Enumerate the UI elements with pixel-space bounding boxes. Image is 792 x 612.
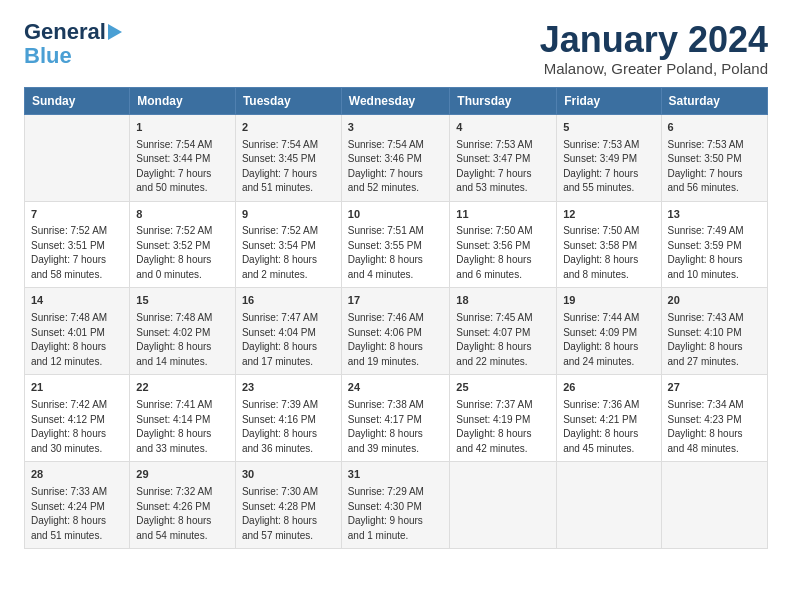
cell-week4-day2: 22Sunrise: 7:41 AMSunset: 4:14 PMDayligh…: [130, 375, 236, 462]
page-header: General Blue January 2024 Malanow, Great…: [24, 20, 768, 77]
cell-week3-day6: 19Sunrise: 7:44 AMSunset: 4:09 PMDayligh…: [557, 288, 661, 375]
cell-week1-day7: 6Sunrise: 7:53 AMSunset: 3:50 PMDaylight…: [661, 114, 767, 201]
logo-blue: Blue: [24, 44, 72, 68]
calendar-subtitle: Malanow, Greater Poland, Poland: [540, 60, 768, 77]
cell-week3-day1: 14Sunrise: 7:48 AMSunset: 4:01 PMDayligh…: [25, 288, 130, 375]
cell-week5-day6: [557, 462, 661, 549]
cell-week2-day5: 11Sunrise: 7:50 AMSunset: 3:56 PMDayligh…: [450, 201, 557, 288]
cell-week5-day5: [450, 462, 557, 549]
cell-week3-day4: 17Sunrise: 7:46 AMSunset: 4:06 PMDayligh…: [341, 288, 450, 375]
cell-week4-day7: 27Sunrise: 7:34 AMSunset: 4:23 PMDayligh…: [661, 375, 767, 462]
logo-arrow-icon: [108, 24, 122, 40]
cell-week5-day4: 31Sunrise: 7:29 AMSunset: 4:30 PMDayligh…: [341, 462, 450, 549]
cell-week3-day2: 15Sunrise: 7:48 AMSunset: 4:02 PMDayligh…: [130, 288, 236, 375]
week-row-5: 28Sunrise: 7:33 AMSunset: 4:24 PMDayligh…: [25, 462, 768, 549]
header-row: SundayMondayTuesdayWednesdayThursdayFrid…: [25, 87, 768, 114]
cell-week3-day7: 20Sunrise: 7:43 AMSunset: 4:10 PMDayligh…: [661, 288, 767, 375]
cell-week4-day3: 23Sunrise: 7:39 AMSunset: 4:16 PMDayligh…: [235, 375, 341, 462]
week-row-2: 7Sunrise: 7:52 AMSunset: 3:51 PMDaylight…: [25, 201, 768, 288]
cell-week4-day1: 21Sunrise: 7:42 AMSunset: 4:12 PMDayligh…: [25, 375, 130, 462]
week-row-4: 21Sunrise: 7:42 AMSunset: 4:12 PMDayligh…: [25, 375, 768, 462]
logo: General Blue: [24, 20, 122, 68]
day-header-friday: Friday: [557, 87, 661, 114]
cell-week5-day2: 29Sunrise: 7:32 AMSunset: 4:26 PMDayligh…: [130, 462, 236, 549]
cell-week1-day5: 4Sunrise: 7:53 AMSunset: 3:47 PMDaylight…: [450, 114, 557, 201]
day-header-thursday: Thursday: [450, 87, 557, 114]
cell-week2-day3: 9Sunrise: 7:52 AMSunset: 3:54 PMDaylight…: [235, 201, 341, 288]
cell-week4-day4: 24Sunrise: 7:38 AMSunset: 4:17 PMDayligh…: [341, 375, 450, 462]
cell-week2-day6: 12Sunrise: 7:50 AMSunset: 3:58 PMDayligh…: [557, 201, 661, 288]
cell-week3-day3: 16Sunrise: 7:47 AMSunset: 4:04 PMDayligh…: [235, 288, 341, 375]
cell-week1-day1: [25, 114, 130, 201]
cell-week2-day4: 10Sunrise: 7:51 AMSunset: 3:55 PMDayligh…: [341, 201, 450, 288]
title-block: January 2024 Malanow, Greater Poland, Po…: [540, 20, 768, 77]
week-row-1: 1Sunrise: 7:54 AMSunset: 3:44 PMDaylight…: [25, 114, 768, 201]
calendar-table: SundayMondayTuesdayWednesdayThursdayFrid…: [24, 87, 768, 550]
calendar-title: January 2024: [540, 20, 768, 60]
cell-week4-day6: 26Sunrise: 7:36 AMSunset: 4:21 PMDayligh…: [557, 375, 661, 462]
day-header-monday: Monday: [130, 87, 236, 114]
cell-week1-day3: 2Sunrise: 7:54 AMSunset: 3:45 PMDaylight…: [235, 114, 341, 201]
week-row-3: 14Sunrise: 7:48 AMSunset: 4:01 PMDayligh…: [25, 288, 768, 375]
cell-week2-day1: 7Sunrise: 7:52 AMSunset: 3:51 PMDaylight…: [25, 201, 130, 288]
day-header-wednesday: Wednesday: [341, 87, 450, 114]
cell-week1-day6: 5Sunrise: 7:53 AMSunset: 3:49 PMDaylight…: [557, 114, 661, 201]
cell-week4-day5: 25Sunrise: 7:37 AMSunset: 4:19 PMDayligh…: [450, 375, 557, 462]
cell-week5-day3: 30Sunrise: 7:30 AMSunset: 4:28 PMDayligh…: [235, 462, 341, 549]
cell-week2-day2: 8Sunrise: 7:52 AMSunset: 3:52 PMDaylight…: [130, 201, 236, 288]
cell-week5-day7: [661, 462, 767, 549]
day-header-saturday: Saturday: [661, 87, 767, 114]
cell-week5-day1: 28Sunrise: 7:33 AMSunset: 4:24 PMDayligh…: [25, 462, 130, 549]
cell-week3-day5: 18Sunrise: 7:45 AMSunset: 4:07 PMDayligh…: [450, 288, 557, 375]
cell-week1-day2: 1Sunrise: 7:54 AMSunset: 3:44 PMDaylight…: [130, 114, 236, 201]
logo-text: General: [24, 20, 106, 44]
cell-week2-day7: 13Sunrise: 7:49 AMSunset: 3:59 PMDayligh…: [661, 201, 767, 288]
cell-week1-day4: 3Sunrise: 7:54 AMSunset: 3:46 PMDaylight…: [341, 114, 450, 201]
day-header-tuesday: Tuesday: [235, 87, 341, 114]
day-header-sunday: Sunday: [25, 87, 130, 114]
